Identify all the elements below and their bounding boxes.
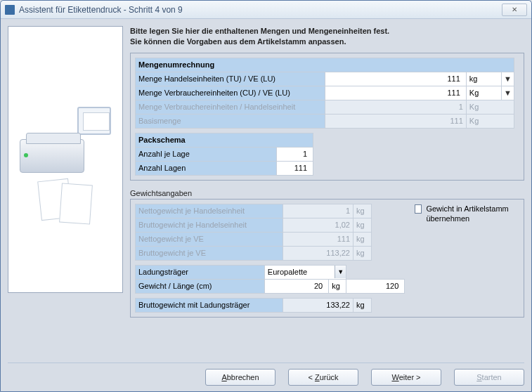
layers-input[interactable] [276, 161, 313, 175]
table-row: Menge Handelseinheiten (TU) / VE (LU) kg… [136, 72, 514, 86]
qty-cu-input[interactable] [325, 86, 466, 100]
table-row: Bruttogewicht je VE 113,22 kg [136, 246, 372, 260]
readonly-value: 111 [325, 114, 466, 128]
conversion-grid: Mengenumrechnung Menge Handelseinheiten … [135, 58, 514, 129]
instructions: Bitte legen Sie hier die enthaltenen Men… [130, 26, 524, 47]
row-label: Menge Handelseinheiten (TU) / VE (LU) [136, 72, 325, 86]
app-icon [5, 5, 15, 15]
next-button[interactable]: Weiter > [371, 369, 441, 386]
row-label: Bruttogewicht je Handelseinheit [136, 218, 283, 232]
adopt-weight-label: Gewicht in Artikelstamm übernehmen [426, 204, 519, 224]
readonly-value: 1 [283, 204, 353, 218]
printer-illustration [20, 107, 111, 212]
readonly-value: 1,02 [283, 218, 353, 232]
client-area: Bitte legen Sie hier die enthaltenen Men… [1, 19, 531, 391]
weights-panel: Nettogewicht je Handelseinheit 1 kg Brut… [130, 199, 524, 318]
table-row: Nettogewicht je Handelseinheit 1 kg [136, 204, 372, 218]
carrier-length-input[interactable] [346, 279, 405, 293]
quantity-panel: Mengenumrechnung Menge Handelseinheiten … [130, 53, 524, 181]
table-row: Nettogewicht je VE 111 kg [136, 232, 372, 246]
carrier-select[interactable]: Europalette ▼ [265, 266, 346, 279]
unit-select[interactable]: Kg [466, 86, 501, 100]
window-title: Assistent für Etikettendruck - Schritt 4… [19, 5, 502, 15]
row-label: Basismenge [136, 114, 325, 128]
row-label: Nettogewicht je Handelseinheit [136, 204, 283, 218]
table-row: Bruttogewicht mit Ladungsträger 133,22 k… [136, 298, 372, 312]
carrier-grid: Ladungsträger Europalette ▼ [135, 265, 405, 294]
weights-section-label: Gewichtsangaben [130, 189, 524, 197]
wizard-footer: Abbrechen < Zurück Weiter > Starten [8, 362, 524, 386]
table-row: Anzahl je Lage [136, 147, 313, 161]
unit-dropdown-icon[interactable]: ▼ [501, 86, 514, 100]
table-row: Basismenge 111 Kg [136, 114, 514, 128]
readonly-value: 133,22 [283, 298, 353, 312]
unit-label: Kg [466, 114, 514, 128]
readonly-value: 1 [325, 100, 466, 114]
table-row: Menge Verbrauchereinheiten (CU) / VE (LU… [136, 86, 514, 100]
packschema-grid: Packschema Anzahl je Lage Anzahl Lagen [135, 133, 313, 176]
packschema-header: Packschema [136, 133, 313, 147]
adopt-weight-option[interactable]: Gewicht in Artikelstamm übernehmen [415, 204, 519, 313]
unit-label: kg [353, 232, 372, 246]
wizard-illustration [8, 26, 123, 293]
unit-dropdown-icon[interactable]: ▼ [501, 72, 514, 86]
chevron-down-icon[interactable]: ▼ [335, 266, 346, 278]
titlebar: Assistent für Etikettendruck - Schritt 4… [1, 1, 531, 19]
table-row: Gewicht / Länge (cm) kg [136, 279, 405, 293]
total-grid: Bruttogewicht mit Ladungsträger 133,22 k… [135, 298, 372, 313]
table-row: Anzahl Lagen [136, 161, 313, 175]
carrier-selected: Europalette [265, 268, 335, 276]
cancel-button[interactable]: Abbrechen [205, 369, 275, 386]
adopt-weight-checkbox[interactable] [415, 204, 422, 214]
qty-tu-input[interactable] [325, 72, 466, 86]
unit-label: kg [353, 218, 372, 232]
table-row: Ladungsträger Europalette ▼ [136, 265, 405, 279]
unit-label: kg [353, 204, 372, 218]
conversion-header: Mengenumrechnung [136, 58, 514, 72]
unit-label: Kg [466, 100, 514, 114]
unit-label: kg [329, 279, 346, 293]
row-label: Anzahl Lagen [136, 161, 277, 175]
weights-grid: Nettogewicht je Handelseinheit 1 kg Brut… [135, 204, 372, 261]
start-button: Starten [454, 369, 524, 386]
instructions-line: Bitte legen Sie hier die enthaltenen Men… [130, 26, 524, 37]
row-label: Menge Verbrauchereinheiten (CU) / VE (LU… [136, 86, 325, 100]
unit-label: kg [353, 246, 372, 260]
table-row: Bruttogewicht je Handelseinheit 1,02 kg [136, 218, 372, 232]
row-label: Menge Verbrauchereinheiten / Handelseinh… [136, 100, 325, 114]
row-label: Anzahl je Lage [136, 147, 277, 161]
wizard-window: Assistent für Etikettendruck - Schritt 4… [0, 0, 532, 392]
unit-select[interactable]: kg [466, 72, 501, 86]
back-button[interactable]: < Zurück [288, 369, 358, 386]
unit-label: kg [353, 298, 372, 312]
readonly-value: 111 [283, 232, 353, 246]
main-column: Bitte legen Sie hier die enthaltenen Men… [130, 26, 524, 362]
table-row: Menge Verbrauchereinheiten / Handelseinh… [136, 100, 514, 114]
carrier-weight-input[interactable] [264, 279, 328, 293]
row-label: Nettogewicht je VE [136, 232, 283, 246]
perlayer-input[interactable] [276, 147, 313, 161]
row-label: Bruttogewicht je VE [136, 246, 283, 260]
readonly-value: 113,22 [283, 246, 353, 260]
row-label: Ladungsträger [136, 265, 265, 279]
row-label: Gewicht / Länge (cm) [136, 279, 265, 293]
row-label: Bruttogewicht mit Ladungsträger [136, 298, 283, 312]
instructions-line: Sie können die Vorgaben aus dem Artikels… [130, 37, 524, 47]
close-icon[interactable]: ✕ [502, 4, 527, 16]
